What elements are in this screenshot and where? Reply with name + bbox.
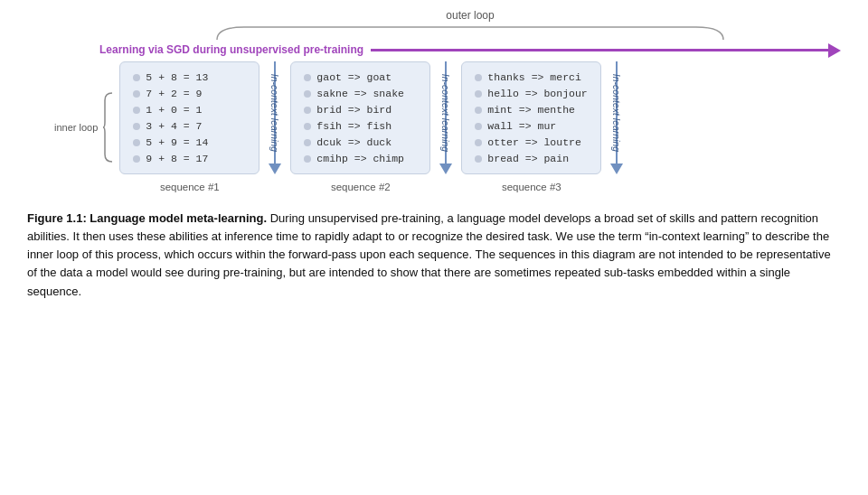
sequences-area: 5 + 8 = 13 7 + 2 = 9 1 + 0 = 1 3 + 4 = 7…	[119, 61, 632, 193]
icl-column-2: In-context learning	[432, 61, 459, 174]
main-content-row: inner loop 5 + 8 = 13 7 + 2 = 9 1 + 0 = …	[27, 61, 841, 193]
inner-loop-label: inner loop	[54, 122, 98, 133]
icl-arrow-3	[610, 163, 623, 174]
sequence-3-box: thanks => merci hello => bonjour mint =>…	[461, 61, 601, 174]
seq1-item-3: 1 + 0 = 1	[133, 104, 246, 116]
seq3-item-5: otter => loutre	[475, 136, 588, 148]
seq1-item-2: 7 + 2 = 9	[133, 88, 246, 99]
diagram: outer loop Learning via SGD during unsup…	[27, 9, 841, 193]
seq2-item-5: dcuk => duck	[304, 136, 417, 148]
icl-label-3: In-context learning	[611, 73, 622, 151]
outer-loop-brace	[63, 23, 868, 42]
inner-loop-area: inner loop	[54, 61, 114, 193]
seq2-item-2: sakne => snake	[304, 88, 417, 99]
outer-loop-label: outer loop	[63, 9, 868, 22]
sgd-arrow-row: Learning via SGD during unsupervised pre…	[27, 43, 841, 56]
seq3-item-4: wall => mur	[475, 120, 588, 132]
seq2-label: sequence #2	[290, 180, 430, 193]
seq1-item-5: 5 + 9 = 14	[133, 136, 246, 148]
seq3-item-6: bread => pain	[475, 153, 588, 164]
icl-arrow-2	[439, 163, 452, 174]
sgd-label: Learning via SGD during unsupervised pre…	[99, 43, 363, 56]
seq3-item-3: mint => menthe	[475, 104, 588, 116]
seq2-item-1: gaot => goat	[304, 71, 417, 83]
seq3-label: sequence #3	[461, 180, 601, 193]
icl-label-2: In-context learning	[440, 73, 451, 151]
seq2-item-6: cmihp => chimp	[304, 153, 417, 164]
seq1-item-4: 3 + 4 = 7	[133, 120, 246, 132]
sequences-row: 5 + 8 = 13 7 + 2 = 9 1 + 0 = 1 3 + 4 = 7…	[119, 61, 632, 174]
sequence-labels-row: sequence #1 sequence #2 sequence #3	[119, 180, 632, 193]
sequence-1-box: 5 + 8 = 13 7 + 2 = 9 1 + 0 = 1 3 + 4 = 7…	[119, 61, 259, 174]
icl-label-1: In-context learning	[269, 73, 280, 151]
inner-loop-brace-svg	[101, 91, 114, 163]
seq2-item-3: brid => bird	[304, 104, 417, 116]
figure-label: Figure 1.1: Language model meta-learning…	[27, 211, 267, 225]
figure-caption: Figure 1.1: Language model meta-learning…	[27, 210, 841, 301]
sequence-2-box: gaot => goat sakne => snake brid => bird…	[290, 61, 430, 174]
seq1-item-1: 5 + 8 = 13	[133, 71, 246, 83]
seq3-item-2: hello => bonjour	[475, 88, 588, 99]
seq1-item-6: 9 + 8 = 17	[133, 153, 246, 164]
icl-column-1: In-context learning	[261, 61, 288, 174]
seq1-label: sequence #1	[119, 180, 259, 193]
sgd-arrow-line	[371, 49, 832, 51]
icl-arrow-1	[269, 163, 281, 174]
icl-column-3: In-context learning	[603, 61, 630, 174]
seq3-item-1: thanks => merci	[475, 71, 588, 83]
seq2-item-4: fsih => fish	[304, 120, 417, 132]
